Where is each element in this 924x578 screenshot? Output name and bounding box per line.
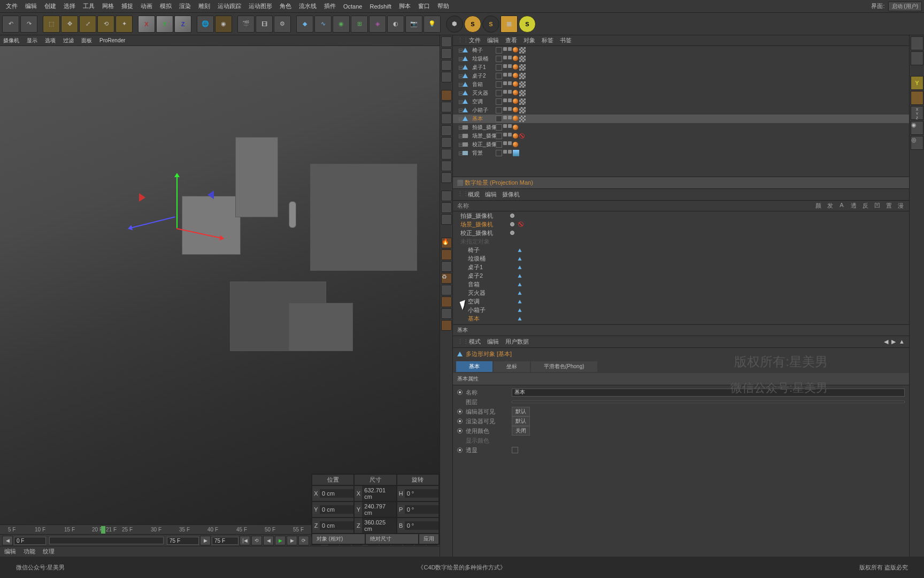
tl-play[interactable]: ▶	[275, 536, 286, 545]
tex-mode-icon[interactable]	[441, 161, 452, 171]
menu-script[interactable]: 脚本	[395, 1, 414, 12]
octane-s2[interactable]: S	[482, 16, 499, 33]
mode-y-icon[interactable]: Y	[911, 76, 923, 90]
render-view-button[interactable]: 🎬	[237, 16, 255, 33]
object-row-校正_摄像机[interactable]: ⊟校正_摄像机	[453, 140, 909, 149]
pm-obj-椅子[interactable]: 椅子	[453, 246, 909, 254]
menu-plugins[interactable]: 插件	[320, 1, 340, 12]
rotate-tool[interactable]: ⟲	[97, 16, 114, 33]
scale-tool[interactable]: ⤢	[79, 16, 96, 33]
object-row-拍摄_摄像机[interactable]: ⊟拍摄_摄像机	[453, 123, 909, 132]
pm-obj-灭火器[interactable]: 灭火器	[453, 288, 909, 297]
quantize-icon[interactable]	[441, 202, 452, 213]
edge-mode-icon[interactable]	[441, 137, 452, 148]
array-button[interactable]: ⊞	[351, 16, 368, 33]
axis-mode-icon[interactable]	[441, 113, 452, 124]
pos-z[interactable]: 0 cm	[320, 521, 353, 530]
move-tool[interactable]: ✥	[61, 16, 78, 33]
cube-primitive-button[interactable]: ◆	[296, 16, 313, 33]
tag1-icon[interactable]	[441, 296, 452, 307]
attr-usecolor[interactable]: 关闭	[512, 426, 530, 436]
pm-obj-基本[interactable]: 基本	[453, 314, 909, 323]
om-obj[interactable]: 对象	[523, 36, 535, 44]
menu-anim[interactable]: 动画	[137, 1, 156, 12]
attr-back-icon[interactable]: ◀	[884, 338, 888, 345]
octane-button[interactable]: ⬢	[446, 16, 463, 33]
tl-cur-input[interactable]	[212, 537, 238, 545]
object-row-桌子2[interactable]: ⊟桌子2	[453, 72, 909, 80]
pm-tab-overview[interactable]: 概观	[468, 191, 480, 199]
menu-file[interactable]: 文件	[2, 1, 21, 12]
tag2-icon[interactable]	[441, 308, 452, 319]
tl-scroll-right[interactable]: ▶	[200, 536, 211, 545]
tl-nextkey[interactable]: ⟳	[298, 536, 309, 545]
nav-zoom-icon[interactable]	[441, 48, 452, 59]
object-row-桌子1[interactable]: ⊟桌子1	[453, 63, 909, 72]
viewport-3d[interactable]: 网格间距 : 100 cm	[0, 46, 440, 524]
octane-s1[interactable]: S	[464, 16, 481, 33]
menu-render[interactable]: 渲染	[175, 1, 195, 12]
select-tool[interactable]: ⬚	[43, 16, 60, 33]
object-row-灭火器[interactable]: ⊟灭火器	[453, 89, 909, 97]
om-tags[interactable]: 标签	[542, 36, 553, 44]
nav-pan-icon[interactable]	[441, 36, 452, 47]
menu-sculpt[interactable]: 雕刻	[195, 1, 214, 12]
attr-userdata-menu[interactable]: 用户数据	[505, 338, 529, 346]
view-options-menu[interactable]: 选项	[45, 37, 56, 44]
nurbs-button[interactable]: ◉	[333, 16, 350, 33]
attr-layer-input[interactable]	[512, 401, 905, 403]
mode-xyz-icon[interactable]: XYZ	[911, 106, 923, 120]
object-mode-icon[interactable]	[441, 102, 452, 112]
rot-h[interactable]: 0 °	[405, 489, 438, 498]
object-row-椅子[interactable]: ⊟椅子	[453, 46, 909, 55]
x-axis-lock[interactable]: X	[138, 16, 155, 33]
view-panel-menu[interactable]: 面板	[81, 37, 92, 44]
y-axis-lock[interactable]: Y	[156, 16, 173, 33]
tl-scroll-left[interactable]: ◀	[2, 536, 13, 545]
size-z[interactable]: 360.025 cm	[362, 518, 396, 533]
mat-edit-tab[interactable]: 编辑	[4, 547, 16, 556]
fire-icon[interactable]: 🔥	[441, 238, 452, 248]
object-row-小箱子[interactable]: ⊟小箱子	[453, 106, 909, 115]
menu-char[interactable]: 角色	[276, 1, 295, 12]
view-camera-menu[interactable]: 摄像机	[3, 37, 19, 44]
coord-sys-button[interactable]: 🌐	[197, 16, 214, 33]
z-axis-lock[interactable]: Z	[174, 16, 191, 33]
view-prorender-menu[interactable]: ProRender	[99, 37, 125, 43]
attr-xray-check[interactable]	[512, 447, 518, 453]
pm-cam-拍摄_摄像机[interactable]: 拍摄_摄像机	[453, 211, 909, 220]
menu-window[interactable]: 窗口	[414, 1, 434, 12]
pm-obj-空调[interactable]: 空调	[453, 297, 909, 306]
attr-fwd-icon[interactable]: ▶	[891, 338, 896, 345]
rot-b[interactable]: 0 °	[405, 521, 438, 530]
pm-obj-小箱子[interactable]: 小箱子	[453, 306, 909, 314]
camera-button[interactable]: 📷	[405, 16, 422, 33]
attr-tab-basic[interactable]: 基本	[456, 361, 492, 372]
nav-rotate-icon[interactable]	[441, 60, 452, 71]
object-row-基本[interactable]: ⊟基本	[453, 115, 909, 123]
mode-btn-2[interactable]	[911, 51, 923, 65]
menu-edit[interactable]: 编辑	[21, 1, 41, 12]
pm-cam-场景_摄像机[interactable]: 场景_摄像机	[453, 220, 909, 229]
menu-sim[interactable]: 模拟	[156, 1, 175, 12]
menu-tools[interactable]: 工具	[79, 1, 98, 12]
menu-track[interactable]: 运动跟踪	[214, 1, 245, 12]
pm-tab-camera[interactable]: 摄像机	[502, 191, 520, 199]
pm-tab-edit[interactable]: 编辑	[485, 191, 497, 199]
nav-view-icon[interactable]	[441, 72, 452, 82]
tl-start-input[interactable]	[14, 537, 46, 545]
spline-button[interactable]: ∿	[314, 16, 332, 33]
coord-mode-2[interactable]: 绝对尺寸	[365, 534, 419, 544]
mode-sphere2-icon[interactable]: ◎	[911, 136, 923, 150]
menu-mograph[interactable]: 运动图形	[245, 1, 276, 12]
size-y[interactable]: 240.797 cm	[362, 502, 396, 517]
om-bookmarks[interactable]: 书签	[560, 36, 572, 44]
redo-button[interactable]: ↷	[20, 16, 37, 33]
render-settings-button[interactable]: ⚙	[274, 16, 291, 33]
box-icon[interactable]	[441, 285, 452, 295]
mode-btn-1[interactable]	[911, 36, 923, 50]
view-display-menu[interactable]: 显示	[27, 37, 37, 44]
workplane-icon[interactable]	[441, 172, 452, 183]
mode-sphere-icon[interactable]: ◉	[911, 121, 923, 135]
coord-mode-1[interactable]: 对象 (相对)	[312, 534, 365, 544]
